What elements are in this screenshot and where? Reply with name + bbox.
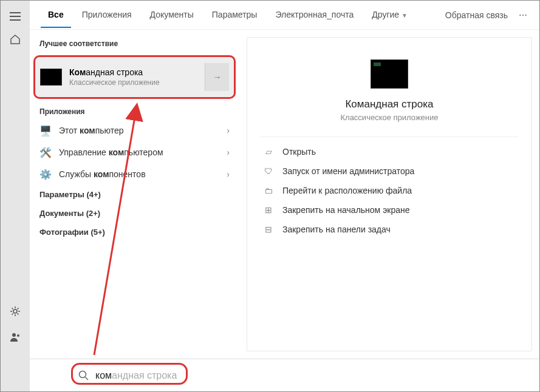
preview-subtitle: Классическое приложение bbox=[261, 113, 518, 122]
action-pin-start[interactable]: ⊞ Закрепить на начальном экране bbox=[261, 200, 518, 220]
preview-pane: Командная строка Классическое приложение… bbox=[239, 30, 539, 359]
hamburger-icon[interactable] bbox=[9, 10, 21, 22]
gear-icon[interactable] bbox=[9, 305, 21, 317]
best-match-item[interactable]: Командная строка Классическое приложение… bbox=[33, 55, 236, 99]
preview-title: Командная строка bbox=[261, 98, 518, 110]
chevron-right-icon: › bbox=[227, 147, 230, 157]
svg-point-2 bbox=[17, 334, 19, 337]
result-label: Этот компьютер bbox=[59, 126, 219, 135]
best-match-title: Командная строка bbox=[69, 67, 205, 77]
arrow-right-icon[interactable]: → bbox=[205, 63, 229, 91]
svg-point-1 bbox=[12, 333, 16, 337]
action-run-as-admin[interactable]: 🛡 Запуск от имени администратора bbox=[261, 161, 518, 181]
apps-section-label: Приложения bbox=[30, 101, 239, 120]
category-settings[interactable]: Параметры (4+) bbox=[30, 185, 239, 204]
feedback-link[interactable]: Обратная связь bbox=[445, 10, 508, 20]
tab-email[interactable]: Электронная_почта bbox=[268, 2, 361, 28]
action-open-file-location[interactable]: 🗀 Перейти к расположению файла bbox=[261, 181, 518, 200]
best-match-subtitle: Классическое приложение bbox=[69, 78, 205, 87]
svg-point-0 bbox=[13, 309, 17, 313]
preview-thumbnail-icon bbox=[371, 59, 408, 89]
pin-taskbar-icon: ⊟ bbox=[263, 225, 274, 234]
results-list: Лучшее соответствие Командная строка Кла… bbox=[30, 30, 239, 359]
filter-tabs: Все Приложения Документы Параметры Элект… bbox=[30, 1, 539, 30]
chevron-right-icon: › bbox=[227, 126, 230, 135]
chevron-right-icon: › bbox=[227, 169, 230, 179]
home-icon[interactable] bbox=[9, 33, 21, 46]
result-computer-management[interactable]: 🛠️ Управление компьютером › bbox=[30, 141, 239, 163]
cmd-thumbnail-icon bbox=[40, 69, 62, 86]
best-match-label: Лучшее соответствие bbox=[30, 35, 239, 53]
tab-settings[interactable]: Параметры bbox=[205, 2, 265, 28]
open-icon: ▱ bbox=[263, 147, 274, 157]
search-icon bbox=[78, 370, 89, 381]
cortana-rail bbox=[1, 1, 30, 391]
more-options-icon[interactable]: ⋯ bbox=[519, 10, 528, 20]
result-label: Управление компьютером bbox=[59, 147, 219, 157]
admin-icon: 🛡 bbox=[263, 166, 274, 176]
result-this-pc[interactable]: 🖥️ Этот компьютер › bbox=[30, 120, 239, 141]
pc-icon: 🖥️ bbox=[39, 124, 52, 137]
search-bar[interactable]: командная строка командная строка bbox=[30, 359, 539, 391]
pin-start-icon: ⊞ bbox=[263, 205, 274, 215]
category-documents[interactable]: Документы (2+) bbox=[30, 204, 239, 223]
action-open[interactable]: ▱ Открыть bbox=[261, 142, 518, 161]
people-icon[interactable] bbox=[9, 331, 21, 343]
search-input[interactable]: командная строка bbox=[95, 370, 177, 381]
action-pin-taskbar[interactable]: ⊟ Закрепить на панели задач bbox=[261, 220, 518, 239]
svg-line-4 bbox=[86, 377, 89, 380]
tab-documents[interactable]: Документы bbox=[143, 2, 201, 28]
chevron-down-icon: ▼ bbox=[402, 12, 408, 19]
category-photos[interactable]: Фотографии (5+) bbox=[30, 223, 239, 242]
component-icon: ⚙️ bbox=[39, 168, 52, 180]
tab-all[interactable]: Все bbox=[41, 2, 71, 28]
svg-point-3 bbox=[80, 371, 86, 377]
folder-icon: 🗀 bbox=[263, 186, 274, 195]
tab-apps[interactable]: Приложения bbox=[75, 2, 139, 28]
result-component-services[interactable]: ⚙️ Службы компонентов › bbox=[30, 163, 239, 185]
tab-more[interactable]: Другие▼ bbox=[364, 2, 415, 28]
management-icon: 🛠️ bbox=[39, 146, 52, 158]
result-label: Службы компонентов bbox=[59, 169, 219, 179]
